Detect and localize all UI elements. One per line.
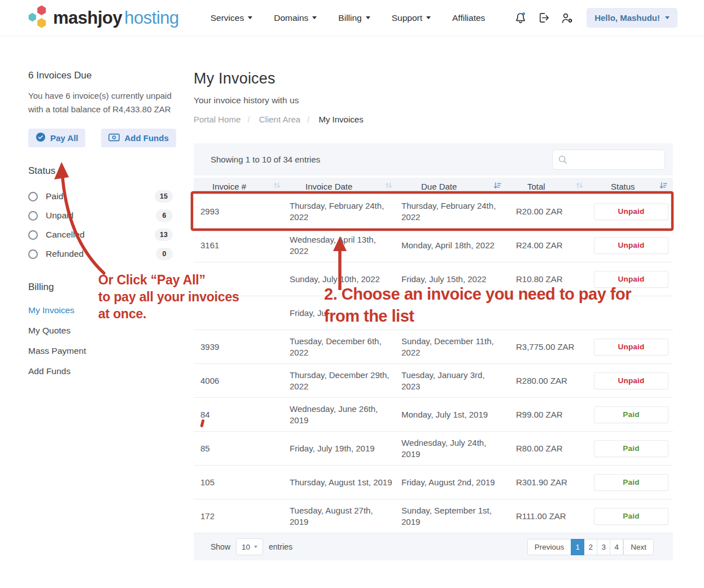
chevron-down-icon: [312, 16, 317, 19]
breadcrumb-item-label: Client Area: [259, 115, 300, 124]
pagination-page-button[interactable]: 4: [610, 539, 623, 555]
due-date-cell: Friday, July 15th, 2022: [399, 274, 507, 285]
pagination: Previous 1234 Next: [527, 539, 654, 555]
status-filter-option-refunded[interactable]: Refunded 0: [28, 244, 173, 264]
status-badge[interactable]: Paid: [594, 406, 668, 423]
invoice-date-cell: Wednesday, April 13th, 2022: [287, 234, 399, 257]
billing-menu-label: My Quotes: [28, 326, 71, 335]
chevron-down-icon: [665, 16, 670, 19]
nav-item[interactable]: Support: [392, 13, 431, 23]
invoice-number-cell: 85: [194, 443, 287, 454]
invoice-date-cell: Wednesday, June 26th, 2019: [287, 403, 399, 426]
table-column-header[interactable]: Due Date: [399, 181, 507, 191]
breadcrumb-item[interactable]: Client Area: [241, 114, 300, 125]
billing-menu-item-mass-payment[interactable]: Mass Payment: [28, 346, 173, 356]
table-row[interactable]: 84 Wednesday, June 26th, 2019 Monday, Ju…: [194, 398, 673, 432]
status-cell: Unpaid: [589, 339, 673, 356]
total-cell: R10.80 ZAR: [507, 274, 589, 285]
radio-button[interactable]: [28, 249, 38, 259]
nav-item[interactable]: Billing: [338, 13, 370, 23]
hexagons-logo-icon: [27, 3, 48, 32]
table-row[interactable]: 3939 Tuesday, December 6th, 2022 Sunday,…: [194, 330, 673, 364]
status-badge[interactable]: Unpaid: [594, 271, 668, 288]
page-title: My Invoices: [194, 69, 673, 88]
user-greeting-menu[interactable]: Hello, Mashudu!: [587, 8, 677, 28]
sidebar-actions: Pay All Add Funds: [28, 129, 173, 147]
nav-item[interactable]: Services: [211, 13, 252, 23]
total-cell: R80.00 ZAR: [507, 443, 589, 454]
billing-menu-item-my-invoices[interactable]: My Invoices: [28, 305, 173, 315]
status-filter-option-paid[interactable]: Paid 15: [28, 187, 173, 206]
table-row[interactable]: Friday, Ju: [194, 296, 673, 330]
brand-logo[interactable]: mashjoyhosting: [27, 3, 179, 32]
status-badge[interactable]: Paid: [594, 508, 668, 525]
status-badge[interactable]: Unpaid: [594, 339, 668, 356]
sort-active-icon[interactable]: [659, 181, 667, 191]
radio-button[interactable]: [28, 211, 38, 221]
invoice-date-cell: Thursday, December 29th, 2022: [287, 370, 399, 392]
status-filter-option-unpaid[interactable]: Unpaid 6: [28, 206, 173, 225]
notifications-bell-icon[interactable]: [514, 11, 527, 25]
total-cell: R280.00 ZAR: [507, 375, 589, 387]
billing-menu-item-add-funds[interactable]: Add Funds: [28, 366, 173, 376]
status-badge[interactable]: Unpaid: [594, 237, 668, 254]
pagination-page-button[interactable]: 1: [571, 539, 584, 555]
status-count-badge: 13: [155, 229, 173, 241]
nav-item[interactable]: Affiliates: [452, 13, 485, 23]
table-column-header[interactable]: Status: [589, 181, 673, 191]
total-cell: R99.00 ZAR: [507, 409, 589, 420]
billing-menu-label: Add Funds: [28, 366, 71, 376]
table-column-header[interactable]: Total: [507, 181, 589, 191]
radio-button[interactable]: [28, 230, 38, 240]
status-count-badge: 15: [155, 190, 173, 203]
add-funds-label: Add Funds: [124, 133, 168, 143]
status-badge[interactable]: Paid: [594, 440, 668, 457]
search-input[interactable]: [552, 150, 665, 170]
pagination-page-button[interactable]: 2: [584, 539, 597, 555]
table-row[interactable]: 85 Friday, July 19th, 2019 Wednesday, Ju…: [194, 432, 673, 466]
status-badge[interactable]: Paid: [594, 474, 668, 491]
due-date-cell: Sunday, December 11th, 2022: [399, 336, 507, 358]
table-column-header[interactable]: Invoice #: [194, 181, 287, 191]
invoice-number-cell: 105: [194, 477, 287, 488]
invoice-date-cell: Tuesday, December 6th, 2022: [287, 336, 399, 358]
radio-button[interactable]: [28, 192, 38, 201]
pagination-page-button[interactable]: 3: [597, 539, 610, 555]
page-size-select[interactable]: 10: [236, 538, 263, 555]
status-filter-option-cancelled[interactable]: Cancelled 13: [28, 225, 173, 244]
table-row[interactable]: 2993 Thursday, February 24th, 2022 Thurs…: [194, 195, 673, 229]
status-cell: Paid: [589, 474, 673, 491]
table-footer: Show 10 entries Previous 1234 Next: [194, 533, 673, 560]
status-badge[interactable]: Unpaid: [594, 203, 668, 220]
due-date-cell: Tuesday, January 3rd, 2023: [399, 370, 507, 392]
table-row[interactable]: 4006 Thursday, December 29th, 2022 Tuesd…: [194, 364, 673, 398]
billing-menu-list: My Invoices My Quotes Mass Payment Add F…: [28, 305, 173, 376]
sort-both-icon[interactable]: [575, 181, 584, 191]
invoices-due-description: You have 6 invoice(s) currently unpaid w…: [28, 89, 173, 116]
table-column-header[interactable]: Invoice Date: [287, 181, 399, 191]
due-date-cell: Thursday, February 24th, 2022: [399, 200, 507, 223]
nav-item-label: Affiliates: [452, 13, 485, 23]
table-row[interactable]: 172 Tuesday, August 27th, 2019 Sunday, S…: [194, 499, 673, 533]
pagination-previous-button[interactable]: Previous: [527, 539, 572, 555]
add-funds-button[interactable]: Add Funds: [101, 129, 176, 147]
table-row[interactable]: Sunday, July 10th, 2022 Friday, July 15t…: [194, 262, 673, 296]
table-row[interactable]: 105 Thursday, August 1st, 2019 Friday, A…: [194, 466, 673, 499]
pagination-next-button[interactable]: Next: [623, 539, 654, 555]
account-settings-icon[interactable]: [561, 11, 574, 25]
status-badge[interactable]: Unpaid: [594, 372, 668, 389]
breadcrumb: Portal Home Client Area My Invoices: [194, 114, 673, 125]
sort-both-icon[interactable]: [273, 181, 281, 191]
sort-both-icon[interactable]: [384, 181, 393, 191]
banknote-icon: [108, 133, 120, 143]
breadcrumb-item[interactable]: Portal Home: [194, 114, 241, 125]
table-row[interactable]: 3161 Wednesday, April 13th, 2022 Monday,…: [194, 229, 673, 262]
invoice-table-body: 2993 Thursday, February 24th, 2022 Thurs…: [194, 195, 673, 533]
billing-menu-item-my-quotes[interactable]: My Quotes: [28, 326, 173, 336]
pay-all-button[interactable]: Pay All: [28, 129, 85, 147]
nav-item[interactable]: Domains: [274, 13, 317, 23]
sort-active-icon[interactable]: [493, 181, 501, 191]
logout-icon[interactable]: [537, 11, 550, 24]
nav-item-label: Billing: [338, 13, 361, 23]
entries-summary: Showing 1 to 10 of 34 entries: [211, 155, 320, 164]
